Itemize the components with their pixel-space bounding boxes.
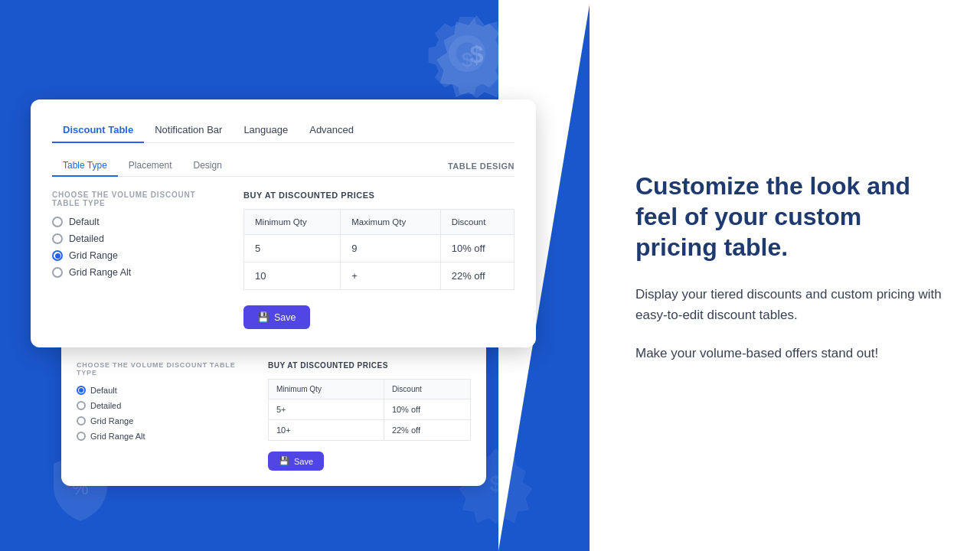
front-table-header-max: Maximum Qty <box>341 210 440 235</box>
back-radio-detailed[interactable]: Detailed <box>77 401 245 410</box>
front-card-content: CHOOSE THE VOLUME DISCOUNT TABLE TYPE De… <box>52 191 514 329</box>
left-panel: $ $ % $ Discount Table Notification Bar … <box>0 0 590 551</box>
back-radio-default[interactable]: Default <box>77 386 245 395</box>
front-card-sub-tabs: Table Type Placement Design TABLE DESIGN <box>52 155 514 177</box>
back-radio-grid-range[interactable]: Grid Range <box>77 416 245 425</box>
paragraph-2: Make your volume-based offers stand out! <box>635 343 942 364</box>
front-radio-circle-detailed <box>52 233 63 244</box>
front-tab-discount-table[interactable]: Discount Table <box>52 118 144 143</box>
back-radio-label-grid-range: Grid Range <box>90 416 133 425</box>
front-tab-advanced[interactable]: Advanced <box>299 118 364 143</box>
front-table-row-1: 5 9 10% off <box>244 235 514 262</box>
front-radio-label-grid-range-alt: Grid Range Alt <box>69 267 131 278</box>
front-subtab-placement[interactable]: Placement <box>118 155 183 177</box>
front-save-button[interactable]: 💾 Save <box>243 305 310 329</box>
front-save-label: Save <box>274 312 296 323</box>
back-table-cell-min-1: 5+ <box>269 399 384 420</box>
dollar-gear-top: $ <box>433 11 521 103</box>
back-card-content: CHOOSE THE VOLUME DISCOUNT TABLE TYPE De… <box>77 361 471 471</box>
front-subtab-design[interactable]: Design <box>183 155 233 177</box>
front-radio-label-detailed: Detailed <box>69 233 104 244</box>
back-table-header-min: Minimum Qty <box>269 380 384 399</box>
back-radio-group: Default Detailed Grid Range Grid Range A… <box>77 386 245 441</box>
front-card-tabs: Discount Table Notification Bar Language… <box>52 118 514 143</box>
main-heading: Customize the look and feel of your cust… <box>635 171 942 262</box>
front-radio-circle-grid-range <box>52 250 63 261</box>
back-radio-circle-detailed <box>77 401 86 410</box>
front-radio-grid-range-alt[interactable]: Grid Range Alt <box>52 267 220 278</box>
svg-text:$: $ <box>470 41 484 68</box>
back-left-section: CHOOSE THE VOLUME DISCOUNT TABLE TYPE De… <box>77 361 245 471</box>
front-table-cell-min-1: 5 <box>244 235 341 262</box>
back-table-row-2: 10+ 22% off <box>269 420 471 441</box>
back-save-label: Save <box>294 457 313 466</box>
front-radio-circle-default <box>52 217 63 227</box>
back-discount-title: BUY AT DISCOUNTED PRICES <box>268 361 471 370</box>
back-radio-circle-grid-range-alt <box>77 432 86 441</box>
back-section-label: CHOOSE THE VOLUME DISCOUNT TABLE TYPE <box>77 361 245 377</box>
front-radio-circle-grid-range-alt <box>52 267 63 278</box>
front-save-icon: 💾 <box>257 311 270 323</box>
front-table-cell-max-2: + <box>341 262 440 290</box>
back-radio-label-grid-range-alt: Grid Range Alt <box>90 432 145 441</box>
back-save-icon: 💾 <box>279 456 289 466</box>
front-table-design-button[interactable]: TABLE DESIGN <box>448 161 514 171</box>
front-left-section: CHOOSE THE VOLUME DISCOUNT TABLE TYPE De… <box>52 191 220 329</box>
back-discount-table: Minimum Qty Discount 5+ 10% off 10+ 22% … <box>268 379 471 441</box>
back-table-cell-discount-1: 10% off <box>384 399 470 420</box>
front-radio-default[interactable]: Default <box>52 217 220 227</box>
back-radio-label-default: Default <box>90 386 117 395</box>
back-radio-label-detailed: Detailed <box>90 401 121 410</box>
front-radio-label-default: Default <box>69 217 100 227</box>
front-table-cell-discount-1: 10% off <box>440 235 514 262</box>
front-table-header-min: Minimum Qty <box>244 210 341 235</box>
back-table-cell-min-2: 10+ <box>269 420 384 441</box>
front-table-cell-discount-2: 22% off <box>440 262 514 290</box>
front-section-label: CHOOSE THE VOLUME DISCOUNT TABLE TYPE <box>52 191 220 207</box>
back-save-button[interactable]: 💾 Save <box>268 452 324 471</box>
right-panel: Customize the look and feel of your cust… <box>590 0 980 551</box>
front-radio-grid-range[interactable]: Grid Range <box>52 250 220 261</box>
back-table-row-1: 5+ 10% off <box>269 399 471 420</box>
front-table-cell-min-2: 10 <box>244 262 341 290</box>
back-radio-circle-grid-range <box>77 416 86 425</box>
front-subtab-table-type[interactable]: Table Type <box>52 155 118 177</box>
front-discount-title: BUY AT DISCOUNTED PRICES <box>243 191 514 200</box>
front-radio-group: Default Detailed Grid Range Grid Range A… <box>52 217 220 278</box>
paragraph-1: Display your tiered discounts and custom… <box>635 284 942 325</box>
front-table-cell-max-1: 9 <box>341 235 440 262</box>
front-discount-table: Minimum Qty Maximum Qty Discount 5 9 10%… <box>243 209 514 290</box>
back-table-header-discount: Discount <box>384 380 470 399</box>
front-tab-language[interactable]: Language <box>233 118 299 143</box>
front-table-row-2: 10 + 22% off <box>244 262 514 290</box>
back-radio-circle-default <box>77 386 86 395</box>
front-table-header-discount: Discount <box>440 210 514 235</box>
svg-text:$: $ <box>489 471 501 496</box>
back-radio-grid-range-alt[interactable]: Grid Range Alt <box>77 432 245 441</box>
back-right-section: BUY AT DISCOUNTED PRICES Minimum Qty Dis… <box>268 361 471 471</box>
front-tab-notification-bar[interactable]: Notification Bar <box>144 118 233 143</box>
back-table-cell-discount-2: 22% off <box>384 420 470 441</box>
front-right-section: BUY AT DISCOUNTED PRICES Minimum Qty Max… <box>243 191 514 329</box>
front-radio-detailed[interactable]: Detailed <box>52 233 220 244</box>
card-front: Discount Table Notification Bar Language… <box>31 99 536 347</box>
front-radio-label-grid-range: Grid Range <box>69 250 118 261</box>
